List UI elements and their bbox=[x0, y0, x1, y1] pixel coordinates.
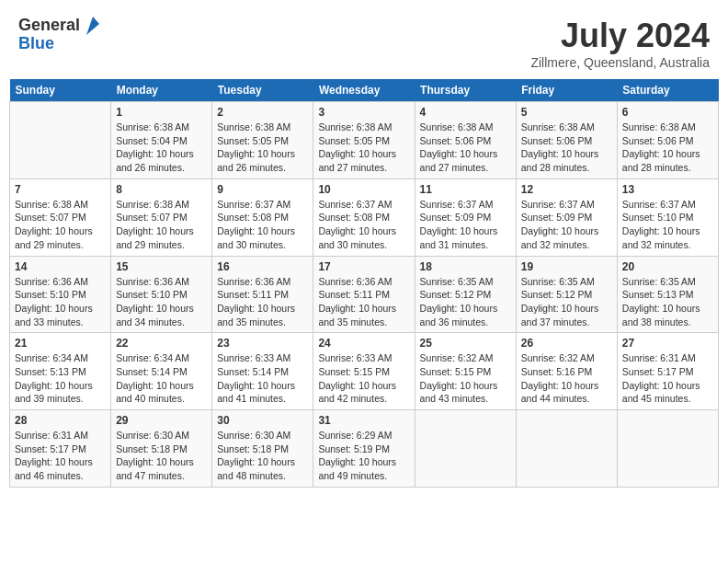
cell-info: Sunrise: 6:29 AMSunset: 5:19 PMDaylight:… bbox=[318, 429, 409, 483]
cell-day-number: 9 bbox=[217, 183, 308, 196]
calendar-cell: 27Sunrise: 6:31 AMSunset: 5:17 PMDayligh… bbox=[617, 333, 718, 410]
header-day-sunday: Sunday bbox=[10, 79, 111, 102]
cell-info: Sunrise: 6:38 AMSunset: 5:06 PMDaylight:… bbox=[521, 121, 612, 175]
cell-info: Sunrise: 6:35 AMSunset: 5:12 PMDaylight:… bbox=[420, 275, 511, 329]
calendar-cell: 1Sunrise: 6:38 AMSunset: 5:04 PMDaylight… bbox=[111, 102, 212, 179]
calendar-cell bbox=[516, 410, 617, 488]
calendar-cell bbox=[10, 102, 111, 179]
calendar-cell: 23Sunrise: 6:33 AMSunset: 5:14 PMDayligh… bbox=[212, 333, 313, 410]
cell-info: Sunrise: 6:32 AMSunset: 5:16 PMDaylight:… bbox=[521, 351, 612, 406]
header-day-friday: Friday bbox=[516, 79, 617, 102]
cell-day-number: 21 bbox=[15, 337, 106, 350]
cell-info: Sunrise: 6:32 AMSunset: 5:15 PMDaylight:… bbox=[420, 351, 511, 406]
cell-info: Sunrise: 6:30 AMSunset: 5:18 PMDaylight:… bbox=[116, 429, 207, 483]
logo-icon bbox=[86, 17, 99, 35]
cell-info: Sunrise: 6:38 AMSunset: 5:06 PMDaylight:… bbox=[622, 121, 713, 175]
cell-day-number: 8 bbox=[116, 183, 207, 196]
calendar-body: 1Sunrise: 6:38 AMSunset: 5:04 PMDaylight… bbox=[10, 102, 719, 488]
calendar-cell: 3Sunrise: 6:38 AMSunset: 5:05 PMDaylight… bbox=[313, 102, 415, 179]
cell-day-number: 2 bbox=[217, 106, 308, 119]
cell-info: Sunrise: 6:37 AMSunset: 5:09 PMDaylight:… bbox=[521, 198, 612, 252]
week-row-0: 1Sunrise: 6:38 AMSunset: 5:04 PMDaylight… bbox=[10, 102, 719, 179]
calendar-cell: 19Sunrise: 6:35 AMSunset: 5:12 PMDayligh… bbox=[516, 256, 617, 333]
cell-day-number: 1 bbox=[116, 106, 207, 119]
logo-blue: Blue bbox=[18, 35, 99, 53]
cell-day-number: 10 bbox=[318, 183, 409, 196]
month-title: July 2024 bbox=[530, 17, 710, 55]
cell-day-number: 6 bbox=[622, 106, 713, 119]
cell-info: Sunrise: 6:38 AMSunset: 5:07 PMDaylight:… bbox=[15, 198, 106, 252]
calendar-cell bbox=[415, 410, 516, 488]
cell-info: Sunrise: 6:38 AMSunset: 5:05 PMDaylight:… bbox=[318, 121, 409, 175]
cell-day-number: 16 bbox=[217, 260, 308, 273]
calendar-cell: 6Sunrise: 6:38 AMSunset: 5:06 PMDaylight… bbox=[617, 102, 718, 179]
calendar-table: SundayMondayTuesdayWednesdayThursdayFrid… bbox=[9, 79, 719, 488]
cell-info: Sunrise: 6:36 AMSunset: 5:11 PMDaylight:… bbox=[217, 275, 308, 329]
cell-day-number: 15 bbox=[116, 260, 207, 273]
calendar-cell: 12Sunrise: 6:37 AMSunset: 5:09 PMDayligh… bbox=[516, 178, 617, 256]
week-row-3: 21Sunrise: 6:34 AMSunset: 5:13 PMDayligh… bbox=[10, 333, 719, 410]
calendar-cell: 7Sunrise: 6:38 AMSunset: 5:07 PMDaylight… bbox=[10, 178, 111, 256]
cell-day-number: 22 bbox=[116, 337, 207, 350]
calendar-cell: 16Sunrise: 6:36 AMSunset: 5:11 PMDayligh… bbox=[212, 256, 313, 333]
header-day-tuesday: Tuesday bbox=[212, 79, 313, 102]
cell-day-number: 13 bbox=[622, 183, 713, 196]
cell-info: Sunrise: 6:37 AMSunset: 5:08 PMDaylight:… bbox=[318, 198, 409, 252]
cell-info: Sunrise: 6:34 AMSunset: 5:13 PMDaylight:… bbox=[15, 351, 106, 406]
cell-info: Sunrise: 6:30 AMSunset: 5:18 PMDaylight:… bbox=[217, 429, 308, 483]
cell-day-number: 14 bbox=[15, 260, 106, 273]
calendar-cell: 24Sunrise: 6:33 AMSunset: 5:15 PMDayligh… bbox=[313, 333, 415, 410]
cell-info: Sunrise: 6:33 AMSunset: 5:15 PMDaylight:… bbox=[318, 351, 409, 406]
cell-info: Sunrise: 6:36 AMSunset: 5:10 PMDaylight:… bbox=[116, 275, 207, 329]
logo: General Blue bbox=[18, 17, 99, 53]
cell-day-number: 23 bbox=[217, 337, 308, 350]
cell-day-number: 18 bbox=[420, 260, 511, 273]
calendar-cell: 20Sunrise: 6:35 AMSunset: 5:13 PMDayligh… bbox=[617, 256, 718, 333]
calendar-cell: 25Sunrise: 6:32 AMSunset: 5:15 PMDayligh… bbox=[415, 333, 516, 410]
cell-day-number: 20 bbox=[622, 260, 713, 273]
calendar-cell: 26Sunrise: 6:32 AMSunset: 5:16 PMDayligh… bbox=[516, 333, 617, 410]
calendar-cell: 18Sunrise: 6:35 AMSunset: 5:12 PMDayligh… bbox=[415, 256, 516, 333]
cell-day-number: 28 bbox=[15, 414, 106, 427]
cell-info: Sunrise: 6:31 AMSunset: 5:17 PMDaylight:… bbox=[15, 429, 106, 483]
cell-info: Sunrise: 6:35 AMSunset: 5:12 PMDaylight:… bbox=[521, 275, 612, 329]
cell-day-number: 12 bbox=[521, 183, 612, 196]
location: Zillmere, Queensland, Australia bbox=[530, 55, 710, 70]
cell-day-number: 17 bbox=[318, 260, 409, 273]
calendar-cell: 15Sunrise: 6:36 AMSunset: 5:10 PMDayligh… bbox=[111, 256, 212, 333]
cell-day-number: 26 bbox=[521, 337, 612, 350]
cell-day-number: 31 bbox=[318, 414, 409, 427]
cell-day-number: 27 bbox=[622, 337, 713, 350]
calendar-cell: 4Sunrise: 6:38 AMSunset: 5:06 PMDaylight… bbox=[415, 102, 516, 179]
svg-marker-0 bbox=[86, 17, 99, 35]
logo-text: General Blue bbox=[18, 17, 99, 53]
calendar-cell: 17Sunrise: 6:36 AMSunset: 5:11 PMDayligh… bbox=[313, 256, 415, 333]
cell-day-number: 11 bbox=[420, 183, 511, 196]
calendar-cell: 9Sunrise: 6:37 AMSunset: 5:08 PMDaylight… bbox=[212, 178, 313, 256]
calendar-header: SundayMondayTuesdayWednesdayThursdayFrid… bbox=[10, 79, 719, 102]
page-header: General Blue July 2024 Zillmere, Queensl… bbox=[9, 9, 719, 74]
header-day-thursday: Thursday bbox=[415, 79, 516, 102]
cell-info: Sunrise: 6:33 AMSunset: 5:14 PMDaylight:… bbox=[217, 351, 308, 406]
logo-general: General bbox=[18, 17, 99, 35]
calendar-cell bbox=[617, 410, 718, 488]
header-day-saturday: Saturday bbox=[617, 79, 718, 102]
calendar-cell: 10Sunrise: 6:37 AMSunset: 5:08 PMDayligh… bbox=[313, 178, 415, 256]
cell-day-number: 19 bbox=[521, 260, 612, 273]
week-row-4: 28Sunrise: 6:31 AMSunset: 5:17 PMDayligh… bbox=[10, 410, 719, 488]
cell-info: Sunrise: 6:36 AMSunset: 5:11 PMDaylight:… bbox=[318, 275, 409, 329]
calendar-cell: 14Sunrise: 6:36 AMSunset: 5:10 PMDayligh… bbox=[10, 256, 111, 333]
calendar-cell: 5Sunrise: 6:38 AMSunset: 5:06 PMDaylight… bbox=[516, 102, 617, 179]
cell-day-number: 30 bbox=[217, 414, 308, 427]
calendar-cell: 2Sunrise: 6:38 AMSunset: 5:05 PMDaylight… bbox=[212, 102, 313, 179]
header-day-monday: Monday bbox=[111, 79, 212, 102]
cell-info: Sunrise: 6:34 AMSunset: 5:14 PMDaylight:… bbox=[116, 351, 207, 406]
cell-day-number: 25 bbox=[420, 337, 511, 350]
cell-day-number: 4 bbox=[420, 106, 511, 119]
calendar-cell: 28Sunrise: 6:31 AMSunset: 5:17 PMDayligh… bbox=[10, 410, 111, 488]
cell-info: Sunrise: 6:37 AMSunset: 5:08 PMDaylight:… bbox=[217, 198, 308, 252]
title-block: July 2024 Zillmere, Queensland, Australi… bbox=[530, 17, 710, 70]
calendar-cell: 31Sunrise: 6:29 AMSunset: 5:19 PMDayligh… bbox=[313, 410, 415, 488]
week-row-1: 7Sunrise: 6:38 AMSunset: 5:07 PMDaylight… bbox=[10, 178, 719, 256]
calendar-cell: 22Sunrise: 6:34 AMSunset: 5:14 PMDayligh… bbox=[111, 333, 212, 410]
